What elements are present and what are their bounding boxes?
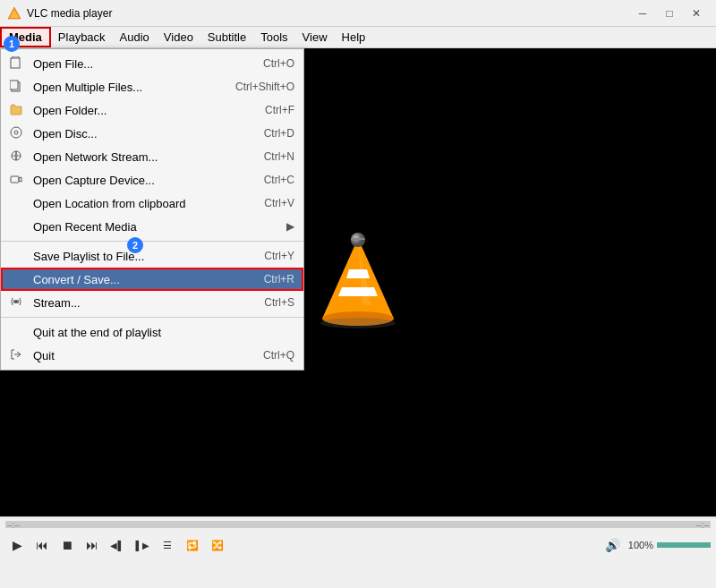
menu-open-network[interactable]: Open Network Stream... Ctrl+N [1,145,303,168]
vlc-cone [304,229,412,337]
svg-point-6 [320,318,396,328]
playlist-button[interactable]: ☰ [156,535,179,555]
svg-rect-18 [11,176,19,183]
window-controls: ─ □ ✕ [630,4,709,23]
controls-row: ▶ ⏮ ⏹ ⏭ ◀▌ ▌▶ ☰ 🔁 🔀 🔊 100% [0,532,716,558]
menu-open-file[interactable]: Open File... Ctrl+O [1,52,303,75]
menu-open-folder[interactable]: Open Folder... Ctrl+F [1,98,303,122]
loop-button[interactable]: 🔁 [181,535,204,555]
frame-back-button[interactable]: ◀▌ [106,535,129,555]
badge-2: 2 [127,237,143,253]
svg-marker-4 [346,269,370,278]
menu-quit[interactable]: Quit Ctrl+Q [1,344,303,367]
menu-item-audio[interactable]: Audio [113,27,157,47]
menu-item-view[interactable]: View [295,27,335,47]
prev-button[interactable]: ⏮ [30,535,54,555]
svg-point-15 [14,131,18,134]
title-bar: VLC media player ─ □ ✕ [0,0,716,27]
open-folder-icon [10,103,28,118]
time-right: –:– [696,520,709,530]
progress-bar[interactable]: –:– –:– [5,521,711,528]
menu-open-disc[interactable]: Open Disc... Ctrl+D [1,122,303,145]
minimize-button[interactable]: ─ [630,4,655,23]
close-button[interactable]: ✕ [684,4,709,23]
menu-bar: Media Playback Audio Video Subtitle Tool… [0,27,716,48]
svg-marker-19 [19,177,21,182]
menu-open-location[interactable]: Open Location from clipboard Ctrl+V [1,192,303,215]
play-button[interactable]: ▶ [5,535,29,555]
svg-point-20 [14,300,18,303]
window-title: VLC media player [27,7,630,20]
app-icon [7,6,21,21]
stream-icon [10,295,28,311]
menu-save-playlist[interactable]: Save Playlist to File... Ctrl+Y [1,244,303,268]
svg-rect-11 [11,58,20,68]
volume-fill [657,542,711,548]
badge-1: 1 [4,36,20,52]
bottom-controls: –:– –:– ▶ ⏮ ⏹ ⏭ ◀▌ ▌▶ ☰ 🔁 🔀 🔊 100% [0,516,716,588]
menu-convert-save[interactable]: Convert / Save... Ctrl+R [1,268,303,291]
quit-icon [10,348,28,363]
menu-quit-end[interactable]: Quit at the end of playlist [1,320,303,344]
menu-item-subtitle[interactable]: Subtitle [200,27,253,47]
time-left: –:– [7,520,20,530]
open-multiple-icon [10,80,28,95]
svg-marker-9 [351,238,365,240]
menu-open-multiple[interactable]: Open Multiple Files... Ctrl+Shift+O [1,75,303,98]
separator-1 [1,241,303,242]
media-dropdown-menu: Open File... Ctrl+O Open Multiple Files.… [0,48,304,371]
svg-point-14 [11,127,21,138]
open-capture-icon [10,173,28,188]
stop-button[interactable]: ⏹ [55,535,79,555]
svg-rect-13 [10,81,18,89]
random-button[interactable]: 🔀 [206,535,229,555]
open-disc-icon [10,126,28,141]
menu-stream[interactable]: Stream... Ctrl+S [1,291,303,314]
separator-2 [1,317,303,318]
menu-item-help[interactable]: Help [335,27,373,47]
menu-item-playback[interactable]: Playback [51,27,113,47]
volume-area: 🔊 100% [601,535,711,555]
menu-open-capture[interactable]: Open Capture Device... Ctrl+C [1,168,303,192]
open-file-icon [10,56,28,72]
next-button[interactable]: ⏭ [81,535,104,555]
menu-item-video[interactable]: Video [157,27,200,47]
volume-icon[interactable]: 🔊 [601,535,625,555]
menu-open-recent[interactable]: Open Recent Media ▶ [1,215,303,238]
volume-label: 100% [628,540,653,550]
frame-fwd-button[interactable]: ▌▶ [131,535,154,555]
menu-item-tools[interactable]: Tools [253,27,294,47]
open-network-icon [10,149,28,165]
maximize-button[interactable]: □ [657,4,682,23]
svg-marker-3 [338,287,378,296]
volume-slider[interactable] [657,542,711,548]
